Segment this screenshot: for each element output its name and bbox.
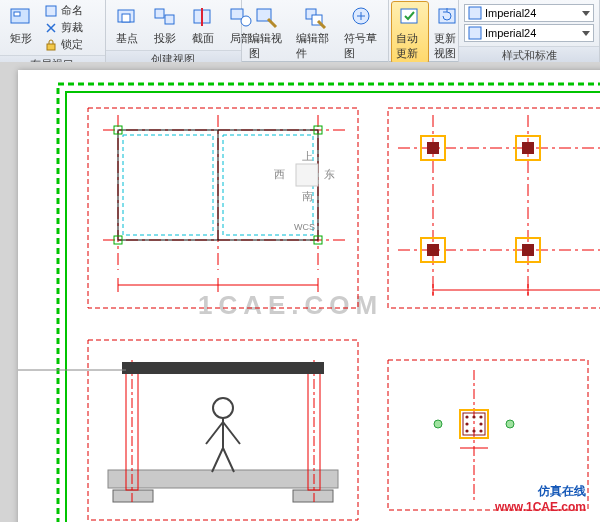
svg-rect-21 xyxy=(66,92,600,522)
svg-point-93 xyxy=(506,420,514,428)
svg-rect-6 xyxy=(155,9,164,18)
style1-label: Imperial24 xyxy=(485,7,536,19)
chevron-down-icon xyxy=(582,11,590,16)
footer-branding: 仿真在线 www.1CAE.com xyxy=(495,483,586,514)
viewport-elevation xyxy=(18,340,358,520)
naming-button[interactable]: 命名 xyxy=(41,2,86,19)
svg-rect-59 xyxy=(427,244,439,256)
style-icon xyxy=(468,6,482,20)
footer-line2: www.1CAE.com xyxy=(495,500,586,514)
svg-point-83 xyxy=(465,415,468,418)
svg-point-89 xyxy=(472,429,475,432)
svg-rect-61 xyxy=(522,244,534,256)
svg-text:WCS: WCS xyxy=(294,222,315,232)
svg-rect-55 xyxy=(522,142,534,154)
clip-button[interactable]: 剪裁 xyxy=(41,19,86,36)
footer-line1: 仿真在线 xyxy=(495,483,586,500)
svg-rect-30 xyxy=(123,135,213,235)
svg-rect-20 xyxy=(58,84,600,522)
svg-point-88 xyxy=(465,429,468,432)
style-dropdown-1[interactable]: Imperial24 xyxy=(464,4,594,22)
svg-rect-69 xyxy=(108,470,338,488)
svg-point-92 xyxy=(434,420,442,428)
edit-component-icon xyxy=(301,4,329,30)
svg-point-77 xyxy=(213,398,233,418)
svg-rect-7 xyxy=(165,15,174,24)
scissors-icon xyxy=(44,21,58,35)
rectangle-icon xyxy=(7,4,35,30)
style2-label: Imperial24 xyxy=(485,27,536,39)
drawing-svg: 西 东 上 南 WCS xyxy=(18,70,600,522)
projection-label: 投影 xyxy=(154,31,176,46)
viewport-plan xyxy=(88,108,358,308)
svg-rect-46 xyxy=(388,108,600,308)
refresh-icon xyxy=(434,4,462,30)
svg-text:南: 南 xyxy=(302,190,313,202)
svg-rect-1 xyxy=(14,12,20,16)
edit-component-label: 编辑部件 xyxy=(296,31,333,61)
edit-view-label: 编辑视图 xyxy=(249,31,286,61)
edit-view-button[interactable]: 编辑视图 xyxy=(245,2,290,63)
clip-label: 剪裁 xyxy=(61,20,83,35)
update-view-label: 更新视图 xyxy=(434,31,462,61)
base-label: 基点 xyxy=(116,31,138,46)
lock-label: 锁定 xyxy=(61,37,83,52)
section-label: 截面 xyxy=(192,31,214,46)
paper-sheet: 1CAE.COM xyxy=(18,70,600,522)
viewcube: 西 东 上 南 WCS xyxy=(274,150,335,232)
ribbon-toolbar: 矩形 命名 剪裁 锁定 布局视口 基点 投影 截面 局部 创建视图 编辑视图 编… xyxy=(0,0,600,62)
panel-styles: Imperial24 Imperial24 样式和标准 xyxy=(459,0,600,62)
rectangle-label: 矩形 xyxy=(10,31,32,46)
svg-rect-70 xyxy=(113,490,153,502)
auto-update-button[interactable]: 自动更新 xyxy=(392,2,428,63)
edit-view-icon xyxy=(253,4,281,30)
symbol-label: 符号草图 xyxy=(344,31,381,61)
chevron-down-icon xyxy=(582,31,590,36)
svg-rect-5 xyxy=(122,14,130,22)
svg-rect-18 xyxy=(469,7,481,19)
panel-modify-view: 编辑视图 编辑部件 符号草图 修改视图 xyxy=(242,0,389,62)
symbol-icon xyxy=(348,4,376,30)
lock-icon xyxy=(44,38,58,52)
edit-component-button[interactable]: 编辑部件 xyxy=(292,2,337,63)
naming-label: 命名 xyxy=(61,3,83,18)
svg-point-87 xyxy=(479,422,482,425)
style-dropdown-2[interactable]: Imperial24 xyxy=(464,24,594,42)
svg-text:东: 东 xyxy=(324,168,335,180)
drawing-canvas[interactable]: 1CAE.COM xyxy=(0,62,600,522)
svg-rect-40 xyxy=(296,164,318,186)
projection-button[interactable]: 投影 xyxy=(147,2,183,48)
svg-rect-16 xyxy=(401,9,417,23)
panel-layout-viewport: 矩形 命名 剪裁 锁定 布局视口 xyxy=(0,0,106,62)
svg-point-86 xyxy=(465,422,468,425)
base-button[interactable]: 基点 xyxy=(109,2,145,48)
svg-rect-3 xyxy=(47,44,55,50)
svg-rect-19 xyxy=(469,27,481,39)
auto-update-label: 自动更新 xyxy=(396,31,424,61)
svg-text:上: 上 xyxy=(302,150,313,162)
viewport-columns xyxy=(388,108,600,308)
svg-rect-76 xyxy=(122,362,324,374)
auto-update-icon xyxy=(396,4,424,30)
section-icon xyxy=(189,4,217,30)
panel-title-styles: 样式和标准 xyxy=(459,46,599,62)
panel-create-view: 基点 投影 截面 局部 创建视图 xyxy=(106,0,242,62)
style-icon xyxy=(468,26,482,40)
rectangle-button[interactable]: 矩形 xyxy=(3,2,39,48)
panel-update: 自动更新 更新视图 更新 xyxy=(389,0,459,62)
svg-text:西: 西 xyxy=(274,168,285,180)
svg-rect-2 xyxy=(46,6,56,16)
tag-icon xyxy=(44,4,58,18)
svg-rect-71 xyxy=(293,490,333,502)
lock-button[interactable]: 锁定 xyxy=(41,36,86,53)
section-button[interactable]: 截面 xyxy=(185,2,221,48)
symbol-sketch-button[interactable]: 符号草图 xyxy=(340,2,385,63)
svg-rect-53 xyxy=(427,142,439,154)
svg-point-90 xyxy=(479,429,482,432)
svg-point-84 xyxy=(472,415,475,418)
base-icon xyxy=(113,4,141,30)
projection-icon xyxy=(151,4,179,30)
svg-point-85 xyxy=(479,415,482,418)
